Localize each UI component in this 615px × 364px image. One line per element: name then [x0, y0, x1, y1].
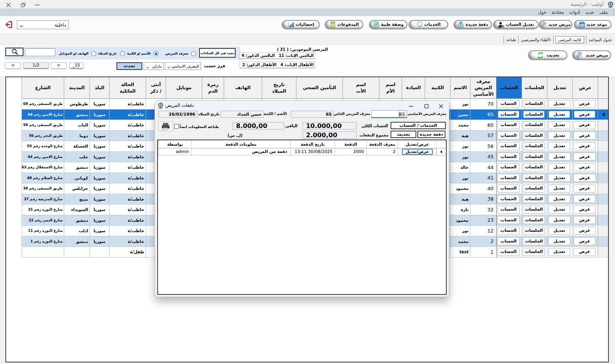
sessions-row-button[interactable]: الجلسات — [523, 163, 545, 171]
account-row-button[interactable]: الحساب — [497, 184, 520, 193]
account-row-button[interactable]: الحساب — [497, 121, 520, 129]
tab-doctors-nurses[interactable]: الأطباء والممرضين — [519, 38, 553, 42]
primary-id-input[interactable]: 65 — [371, 110, 407, 118]
exit-button[interactable] — [4, 20, 14, 29]
sessions-row-button[interactable]: الجلسات — [523, 153, 545, 161]
menu-tools[interactable]: أدوات — [567, 8, 583, 16]
sort-field-select[interactable]: المعرف الاساسي — [165, 62, 201, 70]
tab-appointments[interactable]: جدول المواعيد — [587, 38, 615, 42]
account-row-button[interactable]: الحساب — [497, 195, 520, 203]
tab-patient-list[interactable]: قائمة المرضى — [555, 36, 584, 43]
dialog-update-button[interactable]: تحديث — [391, 131, 416, 138]
view-row-button[interactable]: عرض — [573, 195, 596, 203]
edit-row-button[interactable]: تعديل — [548, 184, 570, 193]
edit-row-button[interactable]: تعديل — [548, 142, 570, 150]
menu-chat[interactable]: محادثة — [549, 8, 567, 16]
account-row-button[interactable]: الحساب — [497, 100, 520, 108]
print-button[interactable] — [158, 121, 173, 131]
minimize-icon[interactable] — [35, 2, 40, 7]
menu-about[interactable]: حول — [535, 8, 549, 16]
grid-header-country[interactable]: البلد — [90, 77, 109, 99]
radio-patient-id[interactable] — [191, 51, 196, 56]
grid-header-mother[interactable]: اسم الأم — [379, 77, 402, 99]
grid-header-clinic[interactable]: العيادة — [402, 77, 425, 99]
account-row-button[interactable]: الحساب — [497, 227, 520, 235]
sessions-row-button[interactable]: الجلسات — [523, 184, 545, 193]
statistics-button[interactable]: إحصائيات — [282, 20, 320, 29]
grid-header-blood[interactable]: زمرة الدم — [202, 77, 224, 99]
next-page-button[interactable]: > — [51, 62, 66, 69]
search-all-clinics-button[interactable]: بحث في كل العيادات — [199, 48, 236, 58]
maximize-icon[interactable] — [424, 103, 429, 108]
search-button[interactable] — [5, 48, 23, 56]
sessions-row-button[interactable]: الجلسات — [523, 195, 545, 203]
radio-name-surname[interactable] — [153, 51, 158, 56]
grid-header-phone[interactable]: الهاتف — [224, 77, 262, 99]
payments-header-pay_id[interactable]: معرف الدفعة — [366, 140, 398, 148]
sessions-row-button[interactable]: الجلسات — [523, 237, 545, 245]
edit-account-button[interactable]: تعديل الحساب — [493, 20, 539, 29]
view-row-button[interactable]: عرض — [573, 227, 596, 235]
payments-header-info[interactable]: معلومات الدفعة — [191, 140, 290, 148]
grid-header-marital[interactable]: الحالة العائلية — [109, 77, 146, 99]
edit-row-button[interactable]: تعديل — [548, 174, 570, 182]
new-appointment-button[interactable]: موعد جديد — [574, 20, 612, 29]
edit-row-button[interactable]: تعديل — [548, 153, 570, 161]
account-row-button[interactable]: الحساب — [497, 248, 520, 256]
new-patient-button[interactable]: مريض جديد — [539, 20, 572, 29]
edit-row-button[interactable]: تعديل — [548, 227, 570, 235]
edit-row-button[interactable]: تعديل — [548, 216, 570, 224]
grid-header-edit[interactable]: تعديل — [547, 77, 572, 99]
view-row-button[interactable]: عرض — [573, 206, 596, 214]
new-patient-action-button[interactable]: مريض جديد — [572, 50, 611, 60]
edit-row-button[interactable]: تعديل — [548, 163, 570, 171]
grid-header-mobile[interactable]: موبايل — [166, 77, 202, 99]
menu-file[interactable]: ملف — [597, 8, 610, 16]
edit-row-button[interactable]: تعديل — [548, 121, 570, 129]
view-row-button[interactable]: عرض — [573, 121, 596, 129]
account-row-button[interactable]: الحساب — [497, 216, 520, 224]
view-row-button[interactable]: عرض — [573, 163, 596, 171]
restore-icon[interactable] — [20, 2, 26, 7]
sessions-row-button[interactable]: الجلسات — [523, 110, 545, 118]
payments-button[interactable]: المدفوعات — [325, 20, 363, 29]
services-account-button[interactable]: الخدمات / الحساب — [391, 122, 446, 129]
payments-header-date[interactable]: تاريخ الدفعة — [290, 140, 335, 148]
print-also-checkbox[interactable] — [174, 124, 179, 129]
account-row-button[interactable]: الحساب — [497, 110, 520, 118]
tab-print[interactable]: طباعة — [504, 38, 518, 42]
view-row-button[interactable]: عرض — [573, 100, 596, 108]
edit-row-button[interactable]: تعديل — [548, 237, 570, 245]
sessions-row-button[interactable]: الجلسات — [523, 121, 545, 129]
sessions-row-button[interactable]: الجلسات — [523, 227, 545, 235]
close-icon[interactable] — [6, 2, 11, 7]
view-row-button[interactable]: عرض — [573, 237, 596, 245]
grid-header-father[interactable]: اسم الأب — [342, 77, 379, 99]
view-row-button[interactable]: عرض — [573, 153, 596, 161]
refresh-button[interactable]: تحديث — [528, 50, 567, 60]
sessions-row-button[interactable]: الجلسات — [523, 248, 545, 256]
edit-row-button[interactable]: تعديل — [548, 195, 570, 203]
sort-direction-select[interactable]: تنازلي — [144, 62, 164, 70]
view-row-button[interactable]: عرض — [573, 248, 596, 256]
sessions-row-button[interactable]: الجلسات — [523, 142, 545, 150]
menu-new[interactable]: جديد — [583, 8, 597, 16]
grid-header-sessions[interactable]: الجلسات — [522, 77, 547, 99]
radio-phone[interactable] — [91, 51, 96, 56]
grid-header-birthdate[interactable]: تاريخ الميلاد — [262, 77, 296, 99]
account-row-button[interactable]: الحساب — [497, 174, 520, 182]
services-button[interactable]: الخدمات — [409, 20, 448, 29]
view-row-button[interactable]: عرض — [573, 110, 596, 118]
sessions-row-button[interactable]: الجلسات — [523, 100, 545, 108]
update-button[interactable]: تحدث — [116, 62, 142, 70]
payments-header-viewedit[interactable]: عرض/تعديل — [398, 140, 436, 148]
account-row-button[interactable]: الحساب — [497, 237, 520, 245]
edit-row-button[interactable]: تعديل — [548, 110, 570, 118]
grid-header-city[interactable]: المدينة — [64, 77, 90, 99]
edit-row-button[interactable]: تعديل — [548, 131, 570, 140]
view-row-button[interactable]: عرض — [573, 184, 596, 193]
search-input[interactable] — [25, 48, 55, 56]
close-icon[interactable] — [439, 103, 444, 108]
view-row-button[interactable]: عرض — [573, 174, 596, 182]
account-row-button[interactable]: الحساب — [497, 131, 520, 140]
